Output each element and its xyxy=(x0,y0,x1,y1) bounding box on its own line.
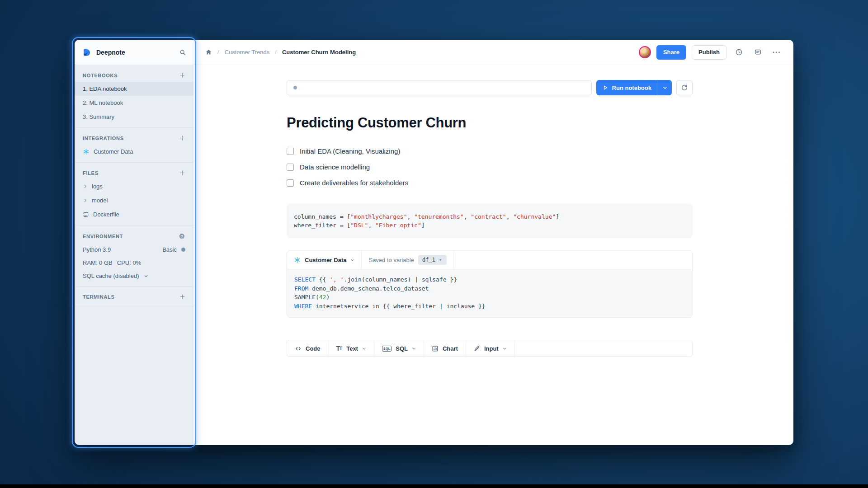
pencil-icon xyxy=(474,345,480,352)
add-terminal-icon[interactable] xyxy=(179,294,185,300)
share-button[interactable]: Share xyxy=(656,45,686,60)
page-title: Predicting Customer Churn xyxy=(287,115,693,131)
sql-line: WHERE internetservice in {{ where_filter… xyxy=(294,302,685,311)
sidebar-item-customer-data[interactable]: Customer Data xyxy=(75,145,193,159)
snowflake-icon xyxy=(83,148,90,155)
variable-name: df_1 xyxy=(422,257,435,263)
block-handle-dot-icon xyxy=(293,86,297,89)
sidebar-item-summary[interactable]: 3. Summary xyxy=(75,110,193,124)
chevron-down-icon xyxy=(503,347,507,351)
todo-item: Data science modelling xyxy=(287,159,693,175)
breadcrumb-current-page: Customer Churn Modeling xyxy=(282,49,356,56)
add-code-block-button[interactable]: Code xyxy=(287,340,329,357)
sidebar: Deepnote NOTEBOOKS 1. EDA notebook 2. ML… xyxy=(75,40,193,445)
terminals-section-title: TERMINALS xyxy=(83,294,114,300)
cpu-usage: CPU: 0% xyxy=(117,259,141,266)
breadcrumb: / Customer Trends / Customer Churn Model… xyxy=(205,49,356,56)
toolbar-label: Input xyxy=(484,345,499,352)
sidebar-section-terminals: TERMINALS xyxy=(75,286,193,307)
history-clock-icon[interactable] xyxy=(732,46,745,59)
run-input[interactable] xyxy=(287,80,592,95)
toolbar-label: Text xyxy=(346,345,358,352)
search-icon[interactable] xyxy=(179,49,186,56)
breadcrumb-customer-trends[interactable]: Customer Trends xyxy=(225,49,270,56)
sql-icon: SQL xyxy=(382,346,392,352)
chevron-down-icon xyxy=(439,258,443,262)
sql-integration-selector[interactable]: Customer Data xyxy=(287,251,362,269)
chevron-down-icon xyxy=(350,258,354,262)
more-options-icon[interactable]: ··· xyxy=(770,46,783,59)
sidebar-section-environment: ENVIRONMENT ⚙ Python 3.9 Basic RAM: 0 GB… xyxy=(75,225,193,286)
add-chart-block-button[interactable]: Chart xyxy=(424,340,466,357)
add-text-block-button[interactable]: TT Text xyxy=(329,340,374,357)
chevron-down-icon xyxy=(362,347,366,351)
file-folder-model[interactable]: model xyxy=(75,193,193,207)
text-icon: TT xyxy=(336,345,343,352)
chevron-down-icon xyxy=(412,347,416,351)
environment-usage-row: RAM: 0 GB CPU: 0% xyxy=(75,256,193,269)
code-icon xyxy=(295,345,302,352)
add-file-icon[interactable] xyxy=(179,170,185,176)
sql-cell: Customer Data Saved to variable df_1 xyxy=(287,250,693,318)
add-notebook-icon[interactable] xyxy=(179,72,185,78)
sql-cell-header: Customer Data Saved to variable df_1 xyxy=(287,251,692,269)
ram-usage: RAM: 0 GB xyxy=(83,259,113,266)
sidebar-item-label: Customer Data xyxy=(94,148,133,155)
deepnote-logo-icon xyxy=(82,47,92,57)
environment-settings-gear-icon[interactable]: ⚙ xyxy=(179,233,185,239)
todo-checkbox[interactable] xyxy=(287,179,294,187)
main-header: / Customer Trends / Customer Churn Model… xyxy=(193,40,793,65)
sql-cache-label: SQL cache (disabled) xyxy=(83,272,139,279)
chevron-right-icon xyxy=(83,198,88,203)
run-notebook-button[interactable]: Run notebook xyxy=(596,80,672,95)
file-label: Dockerfile xyxy=(93,211,119,218)
toolbar-label: Code xyxy=(306,345,321,352)
sidebar-item-eda-notebook[interactable]: 1. EDA notebook xyxy=(75,82,193,96)
sidebar-section-notebooks: NOTEBOOKS 1. EDA notebook 2. ML notebook… xyxy=(75,65,193,128)
environment-python-row: Python 3.9 Basic xyxy=(75,243,193,256)
breadcrumb-separator: / xyxy=(217,49,219,56)
header-actions: Share Publish ··· xyxy=(639,45,783,60)
publish-button[interactable]: Publish xyxy=(692,45,726,60)
toolbar-label: Chart xyxy=(443,345,458,352)
saved-to-variable-label: Saved to variable xyxy=(368,257,414,263)
variable-chip[interactable]: df_1 xyxy=(418,255,447,265)
sidebar-item-label: 1. EDA notebook xyxy=(83,85,127,92)
sql-saved-variable: Saved to variable df_1 xyxy=(362,251,453,269)
add-input-block-button[interactable]: Input xyxy=(466,340,515,357)
machine-plan: Basic xyxy=(162,246,177,253)
todo-checkbox[interactable] xyxy=(287,164,294,171)
add-integration-icon[interactable] xyxy=(179,135,185,141)
code-line: where_filter = ["DSL", "Fiber optic"] xyxy=(294,221,685,230)
run-options-caret[interactable] xyxy=(658,80,672,95)
notebooks-section-title: NOTEBOOKS xyxy=(83,73,118,78)
code-line: column_names = ["monthlycharges", "tenur… xyxy=(294,212,685,221)
file-dockerfile[interactable]: Dockerfile xyxy=(75,207,193,221)
home-icon[interactable] xyxy=(205,49,212,56)
environment-section-title: ENVIRONMENT xyxy=(83,234,123,239)
run-notebook-label: Run notebook xyxy=(612,84,651,91)
todo-checkbox[interactable] xyxy=(287,148,294,155)
file-folder-logs[interactable]: logs xyxy=(75,179,193,193)
play-icon xyxy=(603,85,608,90)
app-title: Deepnote xyxy=(96,49,125,56)
snowflake-icon xyxy=(294,257,301,263)
user-avatar[interactable] xyxy=(639,46,651,58)
todo-list: Initial EDA (Cleaning, Visualizing) Data… xyxy=(287,143,693,191)
notebook-scroll-area[interactable]: Run notebook Predicting Customer Churn xyxy=(193,65,793,445)
refresh-button[interactable] xyxy=(676,80,693,95)
add-sql-block-button[interactable]: SQL SQL xyxy=(374,340,424,357)
sql-line: FROM demo_db.demo_schema.telco_dataset xyxy=(294,284,685,293)
sidebar-header: Deepnote xyxy=(75,40,193,65)
comments-icon[interactable] xyxy=(751,46,764,59)
dockerfile-icon xyxy=(83,211,89,218)
sidebar-item-label: 3. Summary xyxy=(83,113,114,120)
sql-cache-row[interactable]: SQL cache (disabled) xyxy=(75,269,193,282)
sql-code-editor[interactable]: SELECT {{ ', '.join(column_names) | sqls… xyxy=(287,269,692,317)
sidebar-section-files: FILES logs model xyxy=(75,163,193,225)
sidebar-item-label: 2. ML notebook xyxy=(83,99,123,106)
todo-label: Create deliverables for stakeholders xyxy=(300,179,408,187)
sidebar-item-ml-notebook[interactable]: 2. ML notebook xyxy=(75,96,193,110)
python-code-cell[interactable]: column_names = ["monthlycharges", "tenur… xyxy=(287,204,693,238)
toolbar-label: SQL xyxy=(396,345,408,352)
